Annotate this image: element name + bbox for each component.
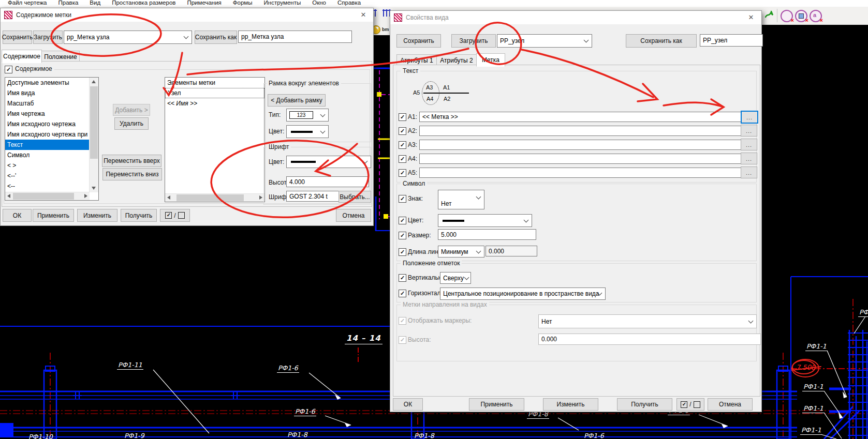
save-as-button[interactable]: Сохранить как bbox=[195, 31, 237, 44]
menu-item-view[interactable]: Вид bbox=[84, 0, 106, 7]
a5-more-button[interactable]: ... bbox=[741, 166, 757, 178]
save-button[interactable]: Сохранить bbox=[396, 34, 441, 48]
cancel-button[interactable]: Отмена bbox=[708, 398, 753, 411]
close-icon[interactable]: ✕ bbox=[744, 12, 758, 23]
list-item[interactable]: Масштаб bbox=[5, 98, 90, 109]
remove-button[interactable]: Удалить bbox=[114, 117, 149, 130]
preset-combobox[interactable]: РР_узел bbox=[497, 34, 592, 48]
menu-item-dimensions[interactable]: Простановка размеров bbox=[106, 0, 181, 7]
frame-color-combobox[interactable] bbox=[286, 125, 329, 138]
apply-button[interactable]: Применить bbox=[469, 398, 524, 411]
list-item[interactable]: Доступные элементы bbox=[5, 78, 90, 88]
list-item[interactable]: << Имя >> bbox=[165, 98, 264, 109]
scroll-up-icon[interactable] bbox=[92, 80, 96, 83]
vertical-checkbox[interactable]: ✓ bbox=[399, 274, 406, 282]
a5-input[interactable] bbox=[419, 168, 744, 178]
label-elements-list[interactable]: Элементы метки Узел << Имя >> bbox=[165, 77, 265, 202]
save-as-button[interactable]: Сохранить как bbox=[626, 34, 697, 48]
delete-label-icon[interactable]: × bbox=[781, 10, 793, 22]
tab-content[interactable]: Содержимое bbox=[2, 50, 42, 63]
list-item[interactable]: <--' bbox=[5, 171, 90, 181]
a4-checkbox[interactable]: ✓ bbox=[399, 155, 406, 163]
a2-input[interactable] bbox=[419, 126, 744, 136]
font-height-input[interactable]: 4.000 bbox=[286, 176, 369, 187]
scroll-left-icon[interactable] bbox=[167, 195, 170, 200]
sign-combobox[interactable]: Нет bbox=[438, 190, 484, 209]
menu-item-shapes[interactable]: Формы bbox=[227, 0, 258, 7]
horizontal-scrollbar[interactable] bbox=[5, 192, 90, 200]
scroll-right-icon[interactable] bbox=[259, 195, 262, 200]
a2-checkbox[interactable]: ✓ bbox=[399, 127, 406, 135]
line-length-checkbox[interactable]: ✓ bbox=[399, 248, 406, 256]
ok-button[interactable]: ОК bbox=[393, 398, 423, 411]
symbol-color-combobox[interactable] bbox=[438, 214, 532, 227]
modify-button[interactable]: Изменить bbox=[77, 209, 117, 222]
a4-more-button[interactable]: ... bbox=[741, 153, 757, 164]
toggle-all-checkboxes-button[interactable]: ✓ / bbox=[160, 209, 190, 222]
list-item[interactable]: <-- bbox=[5, 181, 90, 191]
toggle-all-checkboxes-button[interactable]: ✓ / bbox=[676, 398, 704, 411]
font-color-combobox[interactable] bbox=[286, 156, 371, 168]
delete-text-icon[interactable]: × a bbox=[810, 10, 822, 22]
move-up-button[interactable]: Переместить вверх bbox=[102, 155, 161, 167]
vertical-scrollbar[interactable] bbox=[89, 78, 98, 192]
a3-more-button[interactable]: ... bbox=[741, 139, 757, 150]
menu-item-tools[interactable]: Инструменты bbox=[258, 0, 307, 7]
tab-label[interactable]: Метка bbox=[476, 53, 505, 67]
add-frame-button[interactable]: < Добавить рамку bbox=[268, 94, 326, 107]
symbol-color-checkbox[interactable]: ✓ bbox=[399, 217, 406, 224]
a3-input[interactable] bbox=[419, 140, 744, 150]
a5-checkbox[interactable]: ✓ bbox=[399, 169, 406, 177]
scroll-right-icon[interactable] bbox=[84, 194, 87, 198]
a4-input[interactable] bbox=[419, 154, 744, 164]
size-checkbox[interactable]: ✓ bbox=[399, 232, 406, 239]
get-button[interactable]: Получить bbox=[121, 209, 157, 222]
frame-type-combobox[interactable]: 123 bbox=[286, 109, 329, 122]
dialog-titlebar[interactable]: Свойства вида bbox=[390, 11, 761, 24]
menu-item-annotations[interactable]: Примечания bbox=[181, 0, 227, 7]
list-item-selected[interactable]: Текст bbox=[5, 140, 90, 150]
vertical-combobox[interactable]: Сверху bbox=[440, 272, 471, 284]
menu-item-edit[interactable]: Правка bbox=[53, 0, 84, 7]
save-button[interactable]: Сохранить bbox=[3, 31, 32, 44]
add-button[interactable]: Добавить > bbox=[113, 104, 150, 116]
a2-more-button[interactable]: ... bbox=[741, 125, 757, 137]
sign-checkbox[interactable]: ✓ bbox=[399, 195, 406, 203]
list-item[interactable]: Имя чертежа bbox=[5, 109, 90, 119]
list-item[interactable]: Символ bbox=[5, 150, 90, 160]
content-group-checkbox[interactable]: ✓ bbox=[5, 66, 12, 73]
list-item[interactable]: Имя исходного чертежа при г bbox=[5, 129, 90, 140]
list-item[interactable]: Имя исходного чертежа bbox=[5, 119, 90, 129]
delete-view-icon[interactable]: × bbox=[795, 10, 807, 22]
menu-item-help[interactable]: Справка bbox=[332, 0, 366, 7]
horizontal-checkbox[interactable]: ✓ bbox=[399, 290, 406, 297]
close-icon[interactable]: ✕ bbox=[356, 10, 371, 20]
a1-checkbox[interactable]: ✓ bbox=[399, 113, 406, 121]
apply-button[interactable]: Применить bbox=[33, 209, 74, 222]
menu-item-file[interactable]: Файл чертежа bbox=[2, 0, 53, 7]
font-name-input[interactable]: GOST 2.304 t bbox=[286, 191, 342, 202]
font-choose-button[interactable]: Выбрать... bbox=[339, 191, 371, 203]
preset-combobox[interactable]: рр_Метка узла bbox=[64, 31, 192, 44]
horizontal-scrollbar[interactable] bbox=[165, 193, 264, 202]
a1-input[interactable]: << Метка >> bbox=[419, 112, 744, 122]
modify-button[interactable]: Изменить bbox=[543, 398, 598, 411]
get-button[interactable]: Получить bbox=[617, 398, 672, 411]
cancel-button[interactable]: Отмена bbox=[336, 209, 371, 222]
line-length-input[interactable]: 0.000 bbox=[486, 246, 537, 256]
toolbar-gap-icons[interactable] bbox=[371, 7, 391, 25]
a1-more-button[interactable]: ... bbox=[741, 111, 758, 124]
save-as-input[interactable]: рр_Метка узла bbox=[238, 31, 352, 43]
menu-item-window[interactable]: Окно bbox=[306, 0, 332, 7]
horizontal-combobox[interactable]: Центральное позиционирование в пространс… bbox=[440, 287, 606, 300]
move-down-button[interactable]: Переместить вниз bbox=[102, 168, 162, 180]
line-length-mode-combobox[interactable]: Минимум bbox=[438, 246, 484, 258]
size-input[interactable]: 5.000 bbox=[438, 229, 536, 240]
a3-checkbox[interactable]: ✓ bbox=[399, 141, 406, 149]
load-button[interactable]: Загрузить bbox=[33, 31, 63, 44]
green-squiggle-icon[interactable] bbox=[764, 10, 775, 19]
dialog-titlebar[interactable]: Содержимое метки bbox=[1, 8, 373, 22]
available-elements-list[interactable]: Доступные элементы Имя вида Масштаб Имя … bbox=[5, 77, 99, 201]
ok-button[interactable]: ОК bbox=[3, 209, 32, 222]
bm-toolbar-label[interactable]: bm bbox=[382, 27, 389, 32]
